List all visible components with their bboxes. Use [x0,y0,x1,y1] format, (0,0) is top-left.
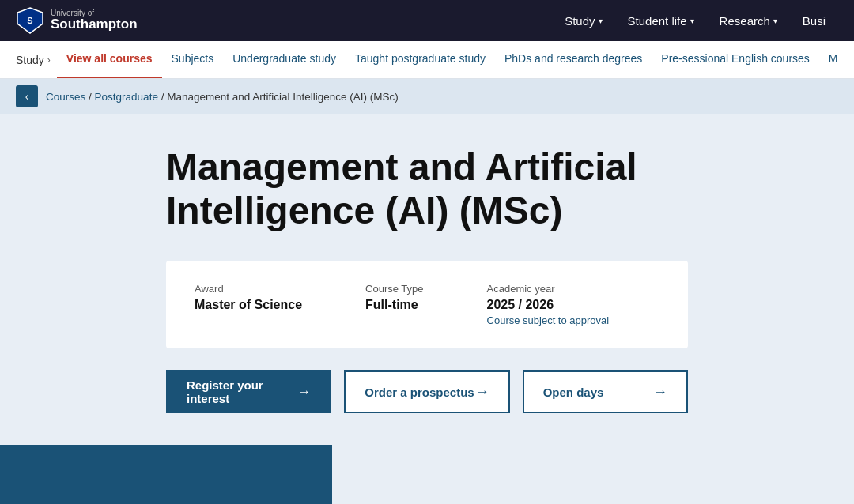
breadcrumb: Courses / Postgraduate / Management and … [46,91,399,103]
academic-year-field: Academic year 2025 / 2026 Course subject… [487,283,610,326]
bottom-blue-strip [0,445,332,504]
study-dropdown-icon: ▾ [599,17,603,25]
course-type-field: Course Type Full-time [365,283,423,326]
register-interest-button[interactable]: Register your interest → [166,370,331,413]
sub-nav-taught-postgraduate[interactable]: Taught postgraduate study [346,41,495,79]
approval-note-link[interactable]: Course subject to approval [487,314,610,326]
open-days-arrow-icon: → [653,384,667,401]
award-value: Master of Science [195,298,302,311]
sub-nav-subjects[interactable]: Subjects [162,41,224,79]
order-prospectus-button[interactable]: Order a prospectus → [344,370,509,413]
shield-icon: S [16,6,44,35]
course-info-card: Award Master of Science Course Type Full… [166,261,688,348]
sub-nav-arrow: › [47,55,51,66]
breadcrumb-postgraduate-link[interactable]: Postgraduate [95,91,158,103]
register-arrow-icon: → [297,384,311,401]
top-nav-student-life[interactable]: Student life ▾ [615,0,707,41]
breadcrumb-back-button[interactable]: ‹ [16,85,38,107]
university-name: Southampton [51,17,138,32]
top-navigation: S University of Southampton Study ▾ Stud… [0,0,854,41]
cta-gap-2 [510,370,523,413]
main-content: Management and Artificial Intelligence (… [0,114,854,445]
breadcrumb-sep2: / [161,91,164,103]
cta-gap-1 [331,370,344,413]
sub-nav-view-all-courses[interactable]: View all courses [57,41,162,79]
svg-text:S: S [27,16,32,25]
academic-year-value: 2025 / 2026 [487,298,554,311]
academic-year-label: Academic year [487,283,610,295]
award-field: Award Master of Science [195,283,302,326]
cta-buttons-row: Register your interest → Order a prospec… [166,370,688,413]
sub-nav-phds[interactable]: PhDs and research degrees [495,41,652,79]
university-logo[interactable]: S University of Southampton [16,6,138,35]
breadcrumb-sep1: / [89,91,92,103]
top-nav-links: Study ▾ Student life ▾ Research ▾ Busi [552,0,838,41]
breadcrumb-bar: ‹ Courses / Postgraduate / Management an… [0,79,854,114]
prospectus-arrow-icon: → [475,384,489,401]
sub-nav-study-label: Study › [16,41,57,79]
course-type-value: Full-time [365,298,418,311]
award-label: Award [195,283,302,295]
breadcrumb-courses-link[interactable]: Courses [46,91,85,103]
breadcrumb-current-page: Management and Artificial Intelligence (… [167,91,399,103]
top-nav-study[interactable]: Study ▾ [552,0,614,41]
top-nav-research[interactable]: Research ▾ [707,0,790,41]
course-type-label: Course Type [365,283,423,295]
sub-nav-pre-sessional[interactable]: Pre-sessional English courses [652,41,819,79]
sub-navigation: Study › View all courses Subjects Underg… [0,41,854,79]
top-nav-business[interactable]: Busi [790,0,838,41]
page-title: Management and Artificial Intelligence (… [166,145,688,232]
sub-nav-more[interactable]: M [819,41,848,79]
student-life-dropdown-icon: ▾ [690,17,694,25]
research-dropdown-icon: ▾ [773,17,777,25]
sub-nav-undergraduate[interactable]: Undergraduate study [223,41,346,79]
open-days-button[interactable]: Open days → [523,370,688,413]
